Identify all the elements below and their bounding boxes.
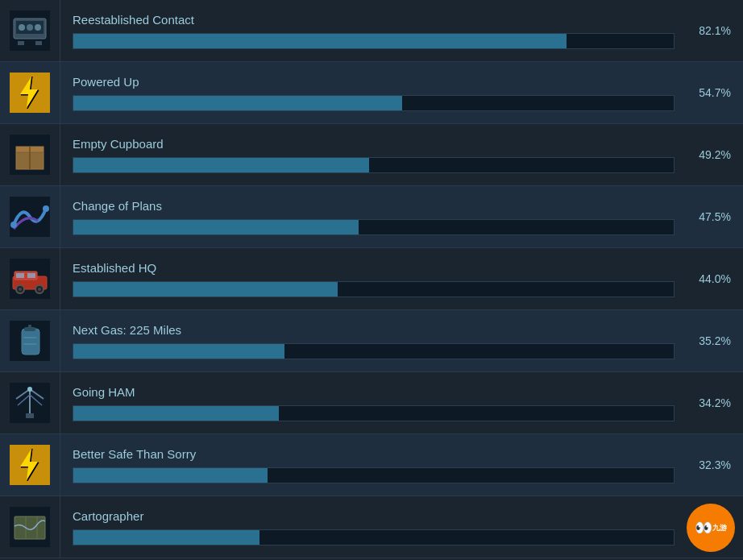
svg-rect-31 <box>28 325 31 329</box>
achievement-icon-next-gas <box>0 310 60 372</box>
progress-bar-fill <box>73 96 402 110</box>
svg-rect-3 <box>18 41 24 45</box>
svg-rect-4 <box>35 41 42 45</box>
achievement-icon-established-hq <box>0 248 60 310</box>
progress-bar-bg <box>73 219 675 235</box>
progress-bar-bg <box>73 95 675 111</box>
achievement-content: Reestablished Contact <box>60 13 687 49</box>
achievement-row[interactable]: Going HAM34.2% <box>0 372 743 434</box>
progress-bar-bg <box>73 281 675 297</box>
achievement-row[interactable]: Established HQ44.0% <box>0 248 743 310</box>
achievement-row[interactable]: Change of Plans47.5% <box>0 186 743 248</box>
achievement-content: Going HAM <box>60 385 687 421</box>
achievement-list: Reestablished Contact82.1% Powered Up54.… <box>0 0 743 558</box>
achievement-percent: 47.5% <box>687 210 743 223</box>
svg-point-27 <box>38 288 41 291</box>
achievement-percent: 34.2% <box>687 396 743 409</box>
achievement-percent: 35.2% <box>687 334 743 347</box>
progress-bar-bg <box>73 343 675 359</box>
achievement-row[interactable]: Cartographer31.0% <box>0 496 743 558</box>
achievement-row[interactable]: Better Safe Than Sorry32.3% <box>0 434 743 496</box>
achievement-icon-change-of-plans <box>0 186 60 248</box>
progress-bar-fill <box>73 158 369 172</box>
svg-rect-32 <box>23 337 36 338</box>
achievement-name: Going HAM <box>73 385 675 399</box>
progress-bar-bg <box>73 33 675 49</box>
achievement-name: Powered Up <box>73 75 675 89</box>
svg-point-6 <box>27 24 33 31</box>
progress-bar-fill <box>73 530 259 545</box>
achievement-icon-going-ham <box>0 372 60 434</box>
svg-point-5 <box>19 24 25 31</box>
achievement-name: Reestablished Contact <box>73 13 675 27</box>
achievement-name: Empty Cupboard <box>73 137 675 151</box>
achievement-content: Next Gas: 225 Miles <box>60 323 687 359</box>
achievement-row[interactable]: Powered Up54.7% <box>0 62 743 124</box>
achievement-name: Established HQ <box>73 261 675 275</box>
watermark-badge: 👀 九游 <box>687 504 735 552</box>
achievement-name: Change of Plans <box>73 199 675 213</box>
progress-bar-bg <box>73 157 675 173</box>
achievement-percent: 32.3% <box>687 458 743 471</box>
progress-bar-fill <box>73 34 567 48</box>
svg-rect-29 <box>22 329 39 355</box>
progress-bar-bg <box>73 529 675 545</box>
achievement-row[interactable]: Reestablished Contact82.1% <box>0 0 743 62</box>
svg-rect-40 <box>26 413 34 418</box>
achievement-name: Cartographer <box>73 509 675 523</box>
achievement-content: Change of Plans <box>60 199 687 235</box>
achievement-percent: 54.7% <box>687 86 743 99</box>
progress-bar-fill <box>73 282 338 297</box>
achievement-row[interactable]: Empty Cupboard49.2% <box>0 124 743 186</box>
svg-point-26 <box>19 288 22 291</box>
achievement-icon-powered-up <box>0 62 60 124</box>
achievement-content: Better Safe Than Sorry <box>60 447 687 483</box>
progress-bar-fill <box>73 406 279 421</box>
achievement-icon-reestablished-contact <box>0 0 60 62</box>
achievement-percent: 49.2% <box>687 148 743 161</box>
progress-bar-bg <box>73 405 675 421</box>
svg-point-17 <box>10 222 17 228</box>
svg-point-7 <box>35 24 41 31</box>
achievement-icon-better-safe <box>0 434 60 496</box>
progress-bar-fill <box>73 468 268 483</box>
svg-rect-46 <box>15 516 45 539</box>
achievement-icon-cartographer <box>0 496 60 558</box>
achievement-name: Better Safe Than Sorry <box>73 447 675 461</box>
achievement-name: Next Gas: 225 Miles <box>73 323 675 337</box>
achievement-content: Powered Up <box>60 75 687 111</box>
achievement-content: Cartographer <box>60 509 687 545</box>
achievement-content: Empty Cupboard <box>60 137 687 173</box>
svg-point-41 <box>27 387 32 392</box>
achievement-percent: 44.0% <box>687 272 743 285</box>
svg-rect-33 <box>23 343 36 345</box>
achievement-content: Established HQ <box>60 261 687 297</box>
progress-bar-fill <box>73 344 284 359</box>
svg-point-18 <box>43 205 49 212</box>
progress-bar-fill <box>73 220 359 234</box>
achievement-icon-empty-cupboard <box>0 124 60 186</box>
progress-bar-bg <box>73 467 675 483</box>
svg-rect-23 <box>27 273 35 278</box>
svg-rect-22 <box>16 273 24 278</box>
achievement-percent: 82.1% <box>687 24 743 37</box>
achievement-row[interactable]: Next Gas: 225 Miles35.2% <box>0 310 743 372</box>
